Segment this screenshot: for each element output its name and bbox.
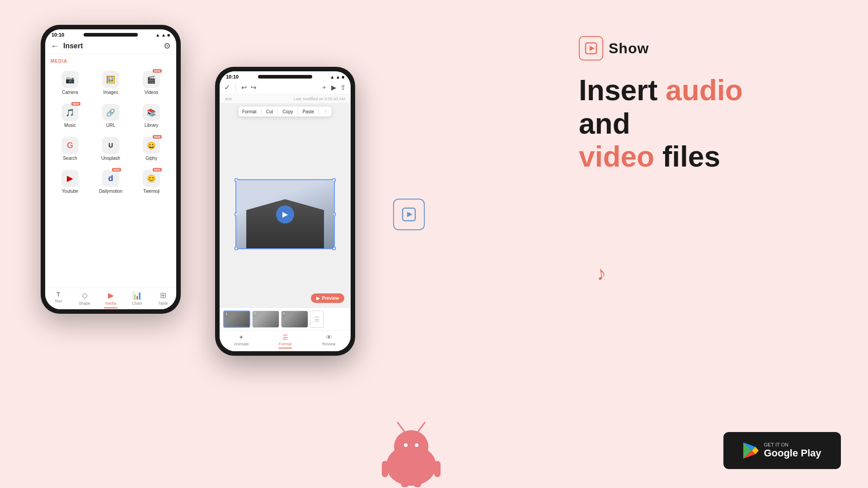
- last-modified-label: Last modified on 9:05:43 AM: [294, 97, 345, 101]
- context-paste[interactable]: Paste: [303, 109, 314, 114]
- new-badge-music: NEW: [71, 102, 80, 106]
- preview-play-icon: ▶: [316, 296, 320, 301]
- headline-line3: video files: [579, 140, 832, 174]
- headline-line2: and: [579, 107, 832, 141]
- slide-thumb-1[interactable]: 1: [223, 311, 250, 328]
- unsplash-label: Unsplash: [101, 156, 120, 161]
- context-format[interactable]: Format: [242, 109, 257, 114]
- tab-animate[interactable]: ✦ Animate: [220, 333, 263, 349]
- giphy-label: Giphy: [145, 156, 157, 161]
- phone-notch-left: [84, 33, 138, 37]
- animate-tab-label: Animate: [234, 342, 249, 346]
- confirm-icon[interactable]: ✓: [224, 83, 230, 92]
- chart-nav-icon: 📊: [132, 291, 142, 300]
- svg-point-5: [394, 430, 428, 463]
- nav-item-media[interactable]: ▶ Media: [98, 291, 124, 308]
- svg-rect-13: [434, 461, 441, 477]
- share-icon[interactable]: ⇧: [340, 84, 346, 92]
- video-file-svg: [402, 207, 416, 222]
- android-mascot: [371, 416, 452, 488]
- svg-marker-1: [590, 46, 595, 51]
- screen-title-insert: Insert: [63, 42, 83, 50]
- nav-item-text[interactable]: T Text: [45, 291, 71, 308]
- add-icon[interactable]: ＋: [321, 83, 328, 92]
- unsplash-icon: U: [102, 137, 119, 154]
- bottom-nav-left: T Text ◇ Shape ▶ Media 📊 Chart ⊞ Table: [45, 288, 176, 309]
- status-icons-left: ▲ ▲ ■: [155, 33, 170, 37]
- slide-frame: ▶: [235, 179, 335, 249]
- new-badge-dailymotion: NEW: [112, 168, 121, 172]
- logo-svg: [585, 42, 597, 55]
- insert-item-library[interactable]: 📚 Library: [132, 100, 171, 131]
- music-icon: 🎵 NEW: [61, 104, 79, 121]
- nav-table-label: Table: [158, 301, 168, 306]
- get-it-on-label: GET IT ON: [764, 442, 821, 447]
- svg-rect-10: [401, 483, 408, 487]
- search-icon: G: [61, 137, 79, 154]
- insert-item-youtube[interactable]: ▶ Youtube: [51, 166, 89, 197]
- status-time-right: 10:10: [226, 74, 239, 79]
- nav-item-chart[interactable]: 📊 Chart: [124, 291, 150, 308]
- nav-media-label: Media: [105, 301, 117, 306]
- insert-item-twemoji[interactable]: 😊 NEW Twemoji: [132, 166, 171, 197]
- text-nav-icon: T: [56, 291, 61, 298]
- images-label: Images: [103, 90, 118, 95]
- insert-item-music[interactable]: 🎵 NEW Music: [51, 100, 89, 131]
- videos-label: Videos: [145, 90, 158, 95]
- search-label: Search: [63, 156, 77, 161]
- redo-icon[interactable]: ↪: [251, 84, 257, 92]
- nav-item-shape[interactable]: ◇ Shape: [71, 291, 98, 308]
- slide-thumb-3[interactable]: 3: [281, 311, 308, 328]
- tab-format[interactable]: ☰ Format: [263, 333, 307, 349]
- add-slide-button[interactable]: ☰: [310, 311, 324, 328]
- brand-logo: Show: [579, 36, 832, 60]
- bottom-tabs-right: ✦ Animate ☰ Format 👁 Review: [220, 330, 351, 351]
- context-more[interactable]: ⋮: [324, 109, 328, 114]
- google-play-logo-container: [743, 442, 759, 460]
- video-preview: ▶: [236, 180, 334, 248]
- google-play-badge[interactable]: GET IT ON Google Play: [723, 432, 841, 469]
- editor-filename-bar: test Last modified on 9:05:43 AM: [220, 95, 351, 103]
- play-icon[interactable]: ▶: [331, 84, 337, 92]
- nav-item-table[interactable]: ⊞ Table: [150, 291, 176, 308]
- videos-icon: 🎬 NEW: [143, 71, 160, 88]
- video-play-button[interactable]: ▶: [276, 205, 294, 223]
- insert-item-search[interactable]: G Search: [51, 133, 89, 164]
- insert-item-videos[interactable]: 🎬 NEW Videos: [132, 67, 171, 98]
- twemoji-label: Twemoji: [143, 189, 160, 194]
- insert-item-dailymotion[interactable]: d NEW Dailymotion: [91, 166, 130, 197]
- floating-video-icon: [393, 199, 425, 230]
- preview-button[interactable]: ▶ Preview: [311, 293, 344, 303]
- battery-icon: ■: [167, 33, 170, 37]
- url-icon: 🔗: [102, 104, 119, 121]
- new-badge-videos: NEW: [153, 69, 162, 73]
- insert-item-giphy[interactable]: 😀 NEW Giphy: [132, 133, 171, 164]
- headline-files: files: [654, 140, 720, 173]
- insert-item-unsplash[interactable]: U Unsplash: [91, 133, 130, 164]
- nav-shape-label: Shape: [79, 301, 90, 306]
- insert-item-images[interactable]: 🖼️ Images: [91, 67, 130, 98]
- slide-edit-area: Format Cut Copy Paste ⋮ ▶: [220, 103, 351, 307]
- context-sep-1: [261, 108, 262, 115]
- slide-thumb-2[interactable]: 2: [252, 311, 279, 328]
- app-header-left: ← Insert ⚙: [45, 38, 176, 54]
- svg-line-8: [398, 423, 404, 432]
- status-icons-right: ▲ ▲ ■: [330, 74, 344, 79]
- insert-item-url[interactable]: 🔗 URL: [91, 100, 130, 131]
- context-cut[interactable]: Cut: [266, 109, 273, 114]
- insert-item-camera[interactable]: 📷 Camera: [51, 67, 89, 98]
- format-tab-icon: ☰: [282, 334, 288, 341]
- tab-review[interactable]: 👁 Review: [307, 333, 351, 349]
- settings-icon[interactable]: ⚙: [164, 41, 171, 51]
- slide-thumbnails-strip: 1 2 3 ☰: [220, 307, 351, 330]
- signal-icon: ▲: [155, 33, 160, 37]
- context-copy[interactable]: Copy: [282, 109, 293, 114]
- context-sep-3: [298, 108, 298, 115]
- new-badge-giphy: NEW: [153, 135, 162, 139]
- editor-toolbar: ✓ ↩ ↪ ＋ ▶ ⇧: [220, 80, 351, 95]
- format-tab-label: Format: [279, 342, 292, 346]
- context-sep-4: [319, 108, 319, 115]
- undo-icon[interactable]: ↩: [241, 84, 247, 92]
- right-phone: 10:10 ▲ ▲ ■ ✓ ↩ ↪ ＋ ▶ ⇧ test Last modifi…: [215, 67, 355, 356]
- back-button[interactable]: ←: [51, 42, 59, 51]
